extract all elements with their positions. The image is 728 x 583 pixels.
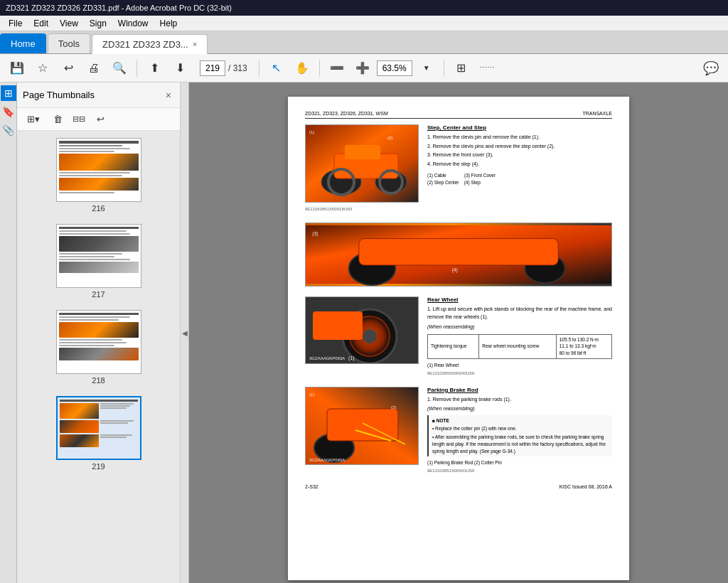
zoom-in-button[interactable]: ➕: [351, 58, 374, 79]
sidebar-icon-thumbnails[interactable]: ⊞: [1, 85, 16, 101]
thumbnail-page-217[interactable]: 217: [20, 220, 177, 303]
marquee-zoom-button[interactable]: ⋯⋯: [476, 58, 498, 79]
zoom-dropdown-button[interactable]: ▼: [415, 58, 438, 79]
panel-title: Page Thumbnails: [23, 90, 163, 100]
svg-text:(2): (2): [387, 136, 392, 140]
menu-window[interactable]: Window: [112, 17, 154, 30]
next-page-button[interactable]: ⬇: [168, 58, 191, 79]
svg-text:3GZAAAGKP063A: 3GZAAAGKP063A: [309, 356, 345, 360]
hand-tool-button[interactable]: ✋: [291, 58, 314, 79]
menu-file[interactable]: File: [3, 17, 28, 30]
svg-text:3GZAAAGKP065A: 3GZAAAGKP065A: [309, 458, 345, 462]
delete-page-button[interactable]: 🗑: [48, 111, 67, 128]
pdf-img-rear-wheel: (1) 3GZAAAGKP063A: [305, 296, 419, 364]
menu-edit[interactable]: Edit: [28, 17, 54, 30]
pdf-section-3-body: 1. Remove the parking brake rods (1). (W…: [427, 396, 612, 475]
pdf-section-step: (1) (2) 9E12162651X00018US0 Step, Center…: [305, 124, 612, 213]
page-layout-button[interactable]: ⊞: [450, 58, 473, 79]
pdf-img-step: (1) (2): [305, 124, 419, 203]
panel-toolbar: ⊞▾ 🗑 ⊟⊟ ↩: [17, 108, 180, 131]
zoom-group: ▼: [377, 58, 438, 79]
thumbnail-page-216[interactable]: 216: [20, 134, 177, 217]
prev-page-button[interactable]: ⬆: [143, 58, 166, 79]
comment-button[interactable]: 💬: [700, 58, 722, 79]
pdf-section-step-img2: (3) (4): [305, 223, 612, 287]
page-navigation: / 313: [200, 60, 247, 76]
toolbar: 💾 ☆ ↩ 🖨 🔍 ⬆ ⬇ / 313 ↖ ✋ ➖ ➕ ▼ ⊞ ⋯⋯ 💬: [0, 54, 728, 82]
panel-collapse-handle[interactable]: ◀: [181, 82, 189, 583]
svg-text:(1): (1): [309, 392, 314, 397]
title-bar-text: ZD321 ZD323 ZD326 ZD331.pdf - Adobe Acro…: [6, 4, 722, 12]
toolbar-sep-2: [259, 60, 259, 77]
menu-sign[interactable]: Sign: [84, 17, 112, 30]
pdf-img-code-step: 9E12162651X00018US0: [305, 207, 419, 211]
svg-rect-12: [359, 239, 558, 265]
find-button[interactable]: 🔍: [108, 58, 131, 79]
pdf-section-3-title: Parking Brake Rod: [427, 387, 612, 393]
left-panel: Page Thumbnails × ⊞▾ 🗑 ⊟⊟ ↩: [17, 82, 181, 583]
pdf-torque-table: Tightening torque Rear wheel mounting sc…: [427, 334, 612, 359]
svg-text:(1): (1): [348, 355, 355, 361]
sidebar-icons: ⊞ 🔖 📎: [0, 82, 17, 583]
pdf-area[interactable]: ZD321, ZD323, ZD326, ZD331, WSM TRANSAXL…: [189, 82, 728, 583]
menu-bar: File Edit View Sign Window Help: [0, 16, 728, 31]
pdf-footer-left: 2-S32: [305, 484, 318, 489]
insert-pages-button[interactable]: ⊟⊟: [70, 111, 88, 128]
page-total-label: / 313: [228, 63, 247, 73]
sidebar-icon-attachments[interactable]: 📎: [1, 122, 16, 138]
tab-document[interactable]: ZD321 ZD323 ZD3... ×: [92, 34, 208, 54]
panel-header: Page Thumbnails ×: [17, 82, 180, 108]
main-layout: ⊞ 🔖 📎 Page Thumbnails × ⊞▾ 🗑 ⊟⊟ ↩: [0, 82, 728, 583]
pdf-section-rear-wheel: (1) 3GZAAAGKP063A Rear Wheel 1. Lift up …: [305, 296, 612, 377]
svg-text:(3): (3): [312, 231, 318, 237]
bookmark-button[interactable]: ☆: [31, 58, 54, 79]
pdf-note-box: ■ NOTE • Replace the cotter pin (2) with…: [427, 415, 612, 457]
pdf-header-right: TRANSAXLE: [582, 111, 612, 116]
panel-close-button[interactable]: ×: [163, 88, 174, 102]
pdf-footer-right: KISC Issued 08, 2016 A: [560, 484, 612, 489]
pdf-img-step2: (3) (4): [305, 223, 612, 287]
pdf-header-left: ZD321, ZD323, ZD326, ZD331, WSM: [305, 111, 388, 116]
pdf-page-header: ZD321, ZD323, ZD326, ZD331, WSM TRANSAXL…: [305, 111, 612, 119]
thumbnail-size-button[interactable]: ⊞▾: [21, 111, 46, 128]
tab-bar: Home Tools ZD321 ZD323 ZD3... ×: [0, 31, 728, 54]
toolbar-sep-1: [136, 60, 137, 77]
menu-help[interactable]: Help: [154, 17, 183, 30]
thumbnail-page-219[interactable]: 219: [20, 392, 177, 475]
thumbnail-page-219-label: 219: [92, 462, 105, 471]
menu-view[interactable]: View: [54, 17, 84, 30]
pdf-page-footer: 2-S32 KISC Issued 08, 2016 A: [305, 484, 612, 489]
toolbar-sep-3: [319, 60, 320, 77]
svg-rect-4: [345, 145, 380, 159]
pdf-img-parking-brake: (1) (2) 3GZAAAGKP065A: [305, 387, 419, 465]
tab-home[interactable]: Home: [0, 33, 46, 53]
zoom-out-button[interactable]: ➖: [326, 58, 348, 79]
select-tool-button[interactable]: ↖: [265, 58, 288, 79]
back-button[interactable]: ↩: [57, 58, 80, 79]
pdf-section-parking-brake: (1) (2) 3GZAAAGKP065A Parking Brake Rod …: [305, 387, 612, 475]
thumbnail-page-217-label: 217: [92, 290, 105, 299]
zoom-input[interactable]: [377, 60, 412, 76]
sidebar-icon-bookmarks[interactable]: 🔖: [1, 104, 16, 119]
page-number-input[interactable]: [200, 60, 225, 76]
svg-text:(4): (4): [452, 267, 458, 273]
thumbnail-page-218[interactable]: 218: [20, 306, 177, 389]
title-bar: ZD321 ZD323 ZD326 ZD331.pdf - Adobe Acro…: [0, 0, 728, 16]
thumbnail-list: 216: [17, 131, 180, 583]
print-button[interactable]: 🖨: [82, 58, 105, 79]
svg-text:(1): (1): [309, 130, 314, 134]
svg-point-18: [363, 329, 377, 343]
svg-rect-19: [313, 311, 363, 340]
pdf-section-1-title: Step, Center and Step: [427, 124, 612, 131]
thumbnail-page-216-label: 216: [92, 204, 105, 213]
thumbnail-page-218-label: 218: [92, 376, 105, 385]
undo-button[interactable]: ↩: [91, 111, 109, 128]
tab-close-button[interactable]: ×: [193, 40, 197, 48]
save-button[interactable]: 💾: [6, 58, 28, 79]
pdf-section-1-body: 1. Remove the clevis pin and remove the …: [427, 134, 612, 186]
pdf-page: ZD321, ZD323, ZD326, ZD331, WSM TRANSAXL…: [288, 97, 629, 580]
svg-text:(2): (2): [391, 405, 396, 410]
tab-tools[interactable]: Tools: [48, 33, 90, 53]
toolbar-sep-4: [444, 60, 444, 77]
pdf-section-2-body: 1. Lift up and secure with jack stands o…: [427, 306, 612, 377]
